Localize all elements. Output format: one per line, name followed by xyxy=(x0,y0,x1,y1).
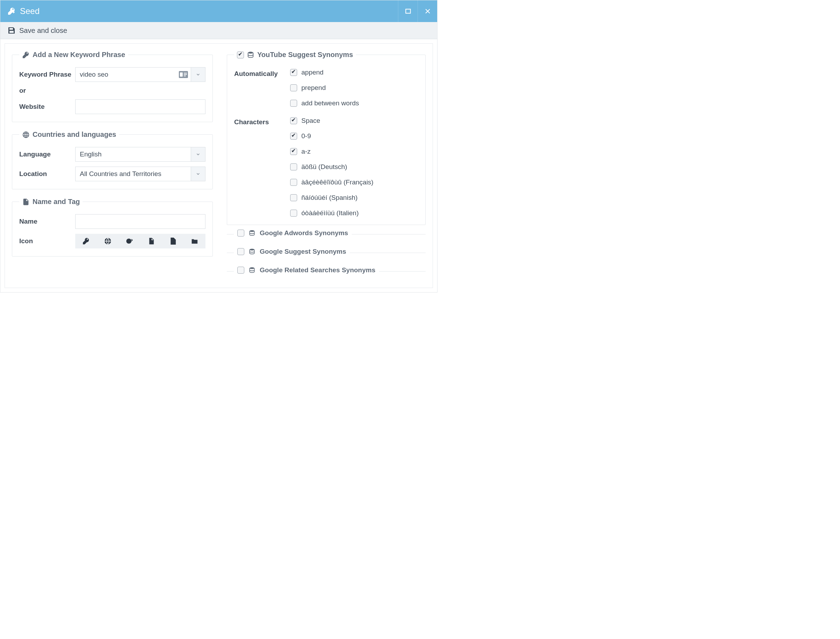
close-icon xyxy=(424,8,431,15)
close-button[interactable] xyxy=(418,0,437,22)
icon-option-file-outline[interactable] xyxy=(162,234,184,248)
folder-icon xyxy=(191,237,199,245)
database-icon xyxy=(248,230,256,237)
checkbox-row: 0-9 xyxy=(290,132,418,140)
characters-options: Space0-9a-zäößü (Deutsch)àâçéèêëîïôùû (F… xyxy=(290,117,418,217)
collapsed-section: Google Suggest Synonyms xyxy=(227,253,426,262)
icon-label: Icon xyxy=(19,237,75,245)
auto-opt-2-label: add between words xyxy=(301,99,359,107)
checkbox-row: append xyxy=(290,68,418,76)
youtube-enable-checkbox[interactable] xyxy=(237,51,244,59)
dialog-content: Add a New Keyword Phrase Keyword Phrase xyxy=(5,43,433,288)
svg-point-7 xyxy=(126,238,132,244)
collapsed-section-header: Google Suggest Synonyms xyxy=(234,248,350,256)
dialog-window: Seed Save and close Add a New Keyword Ph… xyxy=(0,0,438,292)
globe-arrow-icon xyxy=(126,237,134,245)
globe-icon xyxy=(104,237,111,245)
key-icon xyxy=(82,237,90,245)
svg-rect-2 xyxy=(180,72,183,76)
maximize-button[interactable] xyxy=(398,0,418,22)
chars-opt-6-checkbox[interactable] xyxy=(290,210,297,217)
svg-rect-5 xyxy=(184,76,186,76)
checkbox-row: prepend xyxy=(290,84,418,92)
file-wrench-icon xyxy=(22,198,30,206)
keyword-phrase-input[interactable] xyxy=(75,67,191,82)
name-input[interactable] xyxy=(75,214,205,229)
window-controls xyxy=(398,0,437,22)
checkbox-row: Space xyxy=(290,117,418,125)
location-select[interactable] xyxy=(75,167,191,181)
chars-opt-2-checkbox[interactable] xyxy=(290,148,297,155)
key-plus-icon xyxy=(22,51,30,59)
chars-opt-1-checkbox[interactable] xyxy=(290,133,297,140)
database-icon xyxy=(248,248,256,255)
collapsed-section-header: Google Related Searches Synonyms xyxy=(234,266,379,274)
window-title: Seed xyxy=(20,6,40,16)
chevron-down-icon xyxy=(196,152,200,157)
checkbox-row: a-z xyxy=(290,148,418,155)
collapsed-section: Google Related Searches Synonyms xyxy=(227,271,426,281)
svg-point-11 xyxy=(250,267,254,269)
checkbox-row: àâçéèêëîïôùû (Français) xyxy=(290,178,418,186)
save-close-label: Save and close xyxy=(19,27,67,35)
svg-point-10 xyxy=(250,249,254,251)
language-dropdown-button[interactable] xyxy=(191,147,205,162)
youtube-legend: YouTube Suggest Synonyms xyxy=(234,51,356,59)
key-plus-icon xyxy=(7,7,16,15)
title-bar: Seed xyxy=(0,0,437,22)
keyword-dropdown-button[interactable] xyxy=(191,67,205,82)
collapsed-enable-checkbox[interactable] xyxy=(237,230,244,237)
keyword-legend-text: Add a New Keyword Phrase xyxy=(33,51,125,59)
countries-fieldset: Countries and languages Language Locatio… xyxy=(12,130,213,189)
or-label: or xyxy=(19,87,205,94)
auto-opt-0-label: append xyxy=(301,68,323,76)
icon-option-folder[interactable] xyxy=(184,234,205,248)
svg-rect-0 xyxy=(406,9,410,13)
svg-rect-3 xyxy=(184,73,187,73)
chars-opt-4-label: àâçéèêëîïôùû (Français) xyxy=(301,178,374,186)
auto-opt-2-checkbox[interactable] xyxy=(290,100,297,107)
chars-opt-4-checkbox[interactable] xyxy=(290,179,297,186)
nametag-legend: Name and Tag xyxy=(19,198,83,206)
icon-option-globe[interactable] xyxy=(97,234,119,248)
nametag-legend-text: Name and Tag xyxy=(33,198,80,206)
icon-picker xyxy=(75,234,205,248)
icon-option-globe-refresh[interactable] xyxy=(119,234,140,248)
countries-legend: Countries and languages xyxy=(19,130,119,138)
file-solid-icon xyxy=(147,237,155,245)
auto-opt-1-checkbox[interactable] xyxy=(290,84,297,91)
svg-point-9 xyxy=(250,230,254,232)
website-input[interactable] xyxy=(75,99,205,114)
globe-icon xyxy=(22,131,30,138)
countries-legend-text: Countries and languages xyxy=(33,130,116,138)
icon-option-key[interactable] xyxy=(75,234,97,248)
auto-opt-0-checkbox[interactable] xyxy=(290,69,297,76)
keyword-legend: Add a New Keyword Phrase xyxy=(19,51,128,59)
chars-opt-0-label: Space xyxy=(301,117,320,125)
website-label: Website xyxy=(19,103,75,111)
save-close-button[interactable]: Save and close xyxy=(0,22,437,39)
collapsed-enable-checkbox[interactable] xyxy=(237,248,244,255)
icon-option-file-solid[interactable] xyxy=(140,234,162,248)
chars-opt-0-checkbox[interactable] xyxy=(290,117,297,124)
chars-opt-3-label: äößü (Deutsch) xyxy=(301,163,347,171)
chars-opt-3-checkbox[interactable] xyxy=(290,164,297,170)
collapsed-enable-checkbox[interactable] xyxy=(237,267,244,273)
svg-rect-4 xyxy=(184,74,187,75)
location-label: Location xyxy=(19,170,75,178)
checkbox-row: ñáíóúüéí (Spanish) xyxy=(290,194,418,202)
svg-point-8 xyxy=(248,51,253,54)
language-select[interactable] xyxy=(75,147,191,162)
chars-opt-6-label: óòàáèéìíùú (Italien) xyxy=(301,209,359,217)
automatically-options: appendprependadd between words xyxy=(290,68,418,107)
keyword-fieldset: Add a New Keyword Phrase Keyword Phrase xyxy=(12,51,213,122)
chars-opt-1-label: 0-9 xyxy=(301,132,311,140)
chars-opt-5-checkbox[interactable] xyxy=(290,194,297,201)
collapsed-section: Google Adwords Synonyms xyxy=(227,234,426,243)
chevron-down-icon xyxy=(196,72,200,77)
chars-opt-2-label: a-z xyxy=(301,148,310,155)
checkbox-row: add between words xyxy=(290,99,418,107)
location-dropdown-button[interactable] xyxy=(191,167,205,181)
auto-opt-1-label: prepend xyxy=(301,84,326,92)
chevron-down-icon xyxy=(196,172,200,176)
